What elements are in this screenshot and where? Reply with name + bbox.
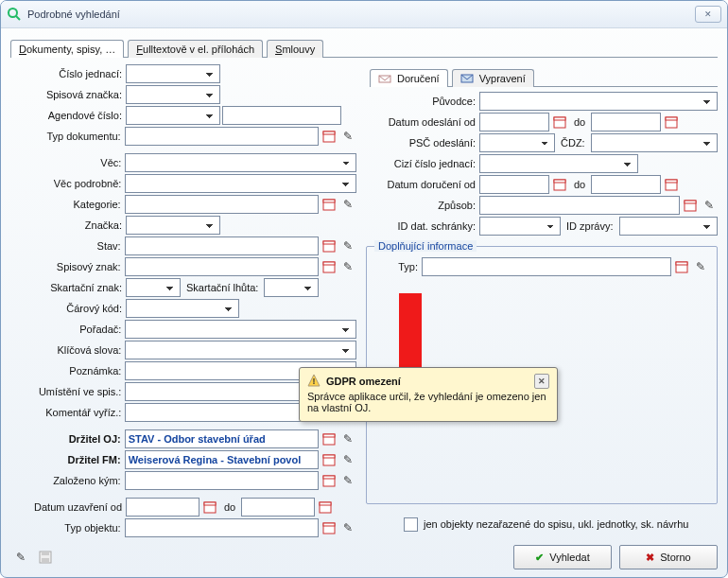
typ-dokumentu-lookup-icon[interactable]	[321, 128, 338, 145]
svg-rect-25	[554, 117, 565, 120]
drzitel-fm-input[interactable]	[125, 450, 320, 469]
label-typ-dokumentu: Typ dokumentu:	[10, 131, 125, 142]
save-disk-icon[interactable]	[37, 549, 54, 566]
drzitel-oj-input[interactable]	[125, 429, 320, 448]
tooltip-close-button[interactable]: ✕	[534, 374, 549, 389]
global-edit-icon[interactable]: ✎	[12, 549, 29, 566]
svg-rect-7	[323, 241, 335, 244]
search-button[interactable]: ✔ Vyhledat	[513, 545, 612, 569]
tab-smlouvy[interactable]: Smlouvy	[267, 40, 323, 58]
drzitel-fm-edit-icon[interactable]: ✎	[339, 451, 356, 468]
tab-fulltext[interactable]: Fulltextově v el. přílohách	[128, 40, 263, 58]
svg-rect-33	[685, 201, 696, 203]
kategorie-edit-icon[interactable]: ✎	[339, 196, 356, 213]
typ-edit-icon[interactable]: ✎	[692, 258, 709, 275]
tooltip-title: GDPR omezení	[326, 376, 401, 387]
stav-edit-icon[interactable]: ✎	[339, 237, 356, 254]
tab-doruceni[interactable]: Doručení	[370, 69, 448, 87]
zalozeno-kym-input[interactable]	[125, 471, 320, 490]
label-psc-odeslani: PSČ odeslání:	[366, 137, 479, 149]
carovy-kod-select[interactable]	[126, 299, 239, 318]
kategorie-input[interactable]	[125, 195, 320, 214]
calendar-icon[interactable]	[201, 499, 218, 516]
supplement-legend: Doplňující informace	[374, 240, 477, 252]
typ-input[interactable]	[422, 257, 671, 276]
psc-select[interactable]	[479, 133, 555, 152]
cdz-select[interactable]	[591, 133, 718, 152]
datum-odeslani-od-input[interactable]	[479, 113, 549, 131]
drzitel-oj-lookup-icon[interactable]	[321, 430, 338, 447]
gdpr-tooltip: ! GDPR omezení ✕ Správce aplikace určil,…	[299, 367, 558, 422]
calendar-icon[interactable]	[551, 176, 568, 193]
datum-uzavreni-do-input[interactable]	[241, 498, 315, 517]
spisova-znacka-select[interactable]	[126, 85, 220, 104]
cizi-cj-select[interactable]	[479, 154, 638, 173]
svg-rect-11	[323, 434, 335, 437]
zpusob-input[interactable]	[479, 196, 680, 215]
label-spisovy-znak: Spisový znak:	[10, 261, 125, 272]
agendove-cislo-input[interactable]	[222, 106, 341, 125]
stav-input[interactable]	[125, 236, 320, 255]
zpusob-lookup-icon[interactable]	[682, 197, 699, 214]
drzitel-oj-edit-icon[interactable]: ✎	[339, 430, 356, 447]
vec-select[interactable]	[125, 153, 356, 172]
stav-lookup-icon[interactable]	[321, 237, 338, 254]
typ-objektu-edit-icon[interactable]: ✎	[339, 519, 356, 536]
label-typ-objektu: Typ objektu:	[10, 522, 125, 534]
typ-dokumentu-edit-icon[interactable]: ✎	[339, 128, 356, 145]
label-cizi-cislo-jednaci: Cizí číslo jednací:	[366, 158, 479, 169]
calendar-icon[interactable]	[317, 499, 334, 516]
svg-rect-27	[666, 117, 677, 120]
puvodce-select[interactable]	[479, 92, 718, 111]
spisovy-znak-edit-icon[interactable]: ✎	[339, 258, 356, 275]
label-puvodce: Původce:	[366, 96, 479, 107]
datum-doruceni-do-input[interactable]	[591, 175, 661, 194]
svg-rect-5	[323, 200, 335, 202]
typ-objektu-input[interactable]	[125, 518, 320, 537]
datum-odeslani-do-input[interactable]	[591, 113, 661, 131]
only-unassigned-checkbox[interactable]	[404, 517, 418, 532]
tab-dokumenty[interactable]: Dokumenty, spisy, …	[10, 40, 124, 58]
label-skartacni-znak: Skartační znak:	[10, 282, 126, 293]
vec-podrobne-select[interactable]	[125, 174, 356, 193]
cancel-button[interactable]: ✖ Storno	[619, 545, 718, 569]
zalozeno-kym-edit-icon[interactable]: ✎	[339, 472, 356, 489]
drzitel-fm-lookup-icon[interactable]	[321, 451, 338, 468]
label-zalozeno-kym: Založeno kým:	[10, 475, 125, 486]
datum-uzavreni-od-input[interactable]	[126, 498, 199, 517]
warning-icon: !	[307, 374, 321, 389]
label-do: do	[218, 501, 241, 513]
typ-objektu-lookup-icon[interactable]	[321, 519, 338, 536]
spisovy-znak-input[interactable]	[125, 257, 320, 276]
id-zpravy-select[interactable]	[619, 217, 718, 236]
label-vec: Věc:	[10, 157, 125, 168]
znacka-select[interactable]	[126, 216, 220, 235]
window-close-button[interactable]: ✕	[695, 6, 721, 23]
titlebar: Podrobné vyhledání ✕	[1, 1, 727, 28]
poradac-select[interactable]	[125, 320, 356, 339]
datum-doruceni-od-input[interactable]	[479, 175, 549, 194]
agendove-cislo-select[interactable]	[126, 106, 220, 125]
skartacni-znak-select[interactable]	[126, 278, 181, 297]
label-kategorie: Kategorie:	[10, 199, 125, 210]
svg-rect-35	[676, 262, 687, 265]
klicova-slova-select[interactable]	[125, 341, 356, 359]
typ-lookup-icon[interactable]	[673, 258, 690, 275]
label-datum-doruceni-od: Datum doručení od	[366, 179, 479, 190]
cislo-jednaci-select[interactable]	[126, 64, 220, 83]
calendar-icon[interactable]	[663, 114, 680, 131]
id-ds-select[interactable]	[479, 217, 561, 236]
label-komentar-vyriz: Komentář vyříz.:	[10, 407, 125, 418]
calendar-icon[interactable]	[551, 114, 568, 131]
zpusob-edit-icon[interactable]: ✎	[701, 197, 718, 214]
skartacni-lhuta-select[interactable]	[264, 278, 319, 297]
tab-vypraveni[interactable]: Vypravení	[452, 69, 534, 87]
kategorie-lookup-icon[interactable]	[321, 196, 338, 213]
svg-rect-37	[42, 552, 49, 555]
typ-dokumentu-input[interactable]	[125, 127, 320, 146]
zalozeno-kym-lookup-icon[interactable]	[321, 472, 338, 489]
label-umisteni-ve-spis: Umístění ve spis.:	[10, 386, 125, 397]
calendar-icon[interactable]	[663, 176, 680, 193]
spisovy-znak-lookup-icon[interactable]	[321, 258, 338, 275]
check-icon: ✔	[535, 552, 544, 564]
